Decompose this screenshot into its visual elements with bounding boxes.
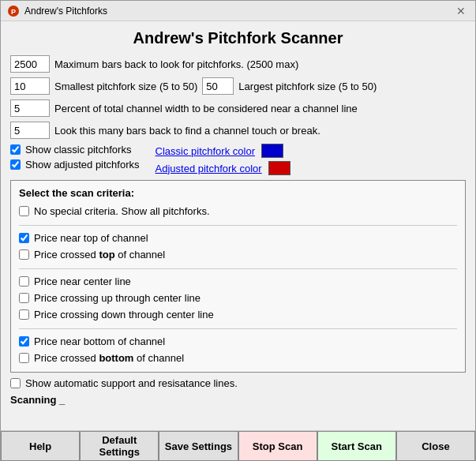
content-area: Andrew's Pitchfork Scanner Maximum bars … <box>1 21 475 430</box>
title-bar-title: Andrew's Pitchforks <box>24 6 107 17</box>
smallest-label: Smallest pitchfork size (5 to 50) <box>54 81 197 92</box>
no-special-label: No special criteria. Show all pitchforks… <box>34 205 210 217</box>
auto-support-label: Show automatic support and resisatance l… <box>25 377 238 389</box>
show-checkboxes: Show classic pitchforks Show adjusted pi… <box>10 144 140 171</box>
show-adjusted-checkbox[interactable] <box>10 159 21 170</box>
main-window: P Andrew's Pitchforks ✕ Andrew's Pitchfo… <box>0 0 476 461</box>
auto-support-checkbox[interactable] <box>10 378 21 388</box>
crossed-bottom-label: Price crossed bottom of channel <box>34 352 184 364</box>
title-bar-left: P Andrew's Pitchforks <box>7 5 107 17</box>
app-icon: P <box>7 5 20 17</box>
divider-1 <box>19 225 457 226</box>
lookback-input[interactable] <box>10 122 50 139</box>
show-adjusted-label: Show adjusted pitchforks <box>25 159 140 171</box>
lookback-label: Look this many bars back to find a chann… <box>54 125 320 137</box>
lookback-row: Look this many bars back to find a chann… <box>10 122 466 139</box>
criteria-near-bottom: Price near bottom of channel <box>19 335 457 347</box>
crossing-down-checkbox[interactable] <box>19 309 29 320</box>
svg-text:P: P <box>11 8 16 16</box>
color-section: Classic pitchfork color Adjusted pitchfo… <box>156 144 290 175</box>
near-bottom-checkbox[interactable] <box>19 336 29 347</box>
adjusted-color-swatch[interactable] <box>268 161 290 175</box>
page-title: Andrew's Pitchfork Scanner <box>10 29 466 47</box>
close-button[interactable]: Close <box>396 431 475 461</box>
help-button[interactable]: Help <box>1 431 80 461</box>
criteria-near-center: Price near center line <box>19 275 457 287</box>
near-center-checkbox[interactable] <box>19 276 29 287</box>
pitchfork-size-row: Smallest pitchfork size (5 to 50) Larges… <box>10 77 466 95</box>
save-settings-button[interactable]: Save Settings <box>159 431 238 461</box>
scanning-status: Scanning _ <box>10 394 466 406</box>
criteria-near-top: Price near top of channel <box>19 232 457 244</box>
smallest-input[interactable] <box>10 77 50 95</box>
show-options-row: Show classic pitchforks Show adjusted pi… <box>10 144 466 175</box>
close-window-button[interactable]: ✕ <box>453 5 469 17</box>
show-classic-checkbox[interactable] <box>10 144 21 155</box>
adjusted-color-row: Adjusted pitchfork color <box>156 161 290 175</box>
title-bar: P Andrew's Pitchforks ✕ <box>1 1 475 21</box>
crossed-top-checkbox[interactable] <box>19 249 29 260</box>
crossing-down-label: Price crossing down through center line <box>34 309 214 320</box>
start-scan-button[interactable]: Start Scan <box>317 431 396 461</box>
max-bars-input[interactable] <box>10 55 50 73</box>
max-bars-label: Maximum bars back to look for pitchforks… <box>54 58 298 70</box>
scan-criteria-box: Select the scan criteria: No special cri… <box>10 180 466 373</box>
default-settings-button[interactable]: Default Settings <box>80 431 159 461</box>
crossing-up-label: Price crossing up through center line <box>34 292 201 304</box>
percent-row: Percent of total channel width to be con… <box>10 99 466 117</box>
footer-buttons: Help Default Settings Save Settings Stop… <box>1 430 475 460</box>
show-classic-label: Show classic pitchforks <box>25 144 131 156</box>
adjusted-color-link[interactable]: Adjusted pitchfork color <box>156 163 262 174</box>
classic-color-row: Classic pitchfork color <box>156 144 290 158</box>
crossed-bottom-checkbox[interactable] <box>19 353 29 363</box>
crossed-top-label: Price crossed top of channel <box>34 249 165 260</box>
criteria-no-special: No special criteria. Show all pitchforks… <box>19 205 457 217</box>
show-adjusted-row: Show adjusted pitchforks <box>10 159 140 171</box>
near-top-label: Price near top of channel <box>34 232 148 244</box>
percent-label: Percent of total channel width to be con… <box>54 103 358 114</box>
largest-label: Largest pitchfork size (5 to 50) <box>238 81 377 92</box>
largest-input[interactable] <box>202 77 234 95</box>
auto-support-row: Show automatic support and resisatance l… <box>10 377 466 389</box>
criteria-crossing-up: Price crossing up through center line <box>19 292 457 304</box>
classic-color-swatch[interactable] <box>261 144 283 158</box>
show-classic-row: Show classic pitchforks <box>10 144 140 156</box>
scan-criteria-title: Select the scan criteria: <box>19 187 457 199</box>
percent-input[interactable] <box>10 99 50 117</box>
criteria-crossed-bottom: Price crossed bottom of channel <box>19 352 457 364</box>
near-center-label: Price near center line <box>34 275 131 287</box>
criteria-crossing-down: Price crossing down through center line <box>19 309 457 320</box>
classic-color-link[interactable]: Classic pitchfork color <box>156 145 255 157</box>
stop-scan-button[interactable]: Stop Scan <box>238 431 317 461</box>
criteria-crossed-top: Price crossed top of channel <box>19 249 457 260</box>
divider-3 <box>19 328 457 329</box>
near-bottom-label: Price near bottom of channel <box>34 335 165 347</box>
no-special-checkbox[interactable] <box>19 206 29 216</box>
divider-2 <box>19 268 457 269</box>
max-bars-row: Maximum bars back to look for pitchforks… <box>10 55 466 73</box>
crossing-up-checkbox[interactable] <box>19 293 29 303</box>
near-top-checkbox[interactable] <box>19 233 29 243</box>
